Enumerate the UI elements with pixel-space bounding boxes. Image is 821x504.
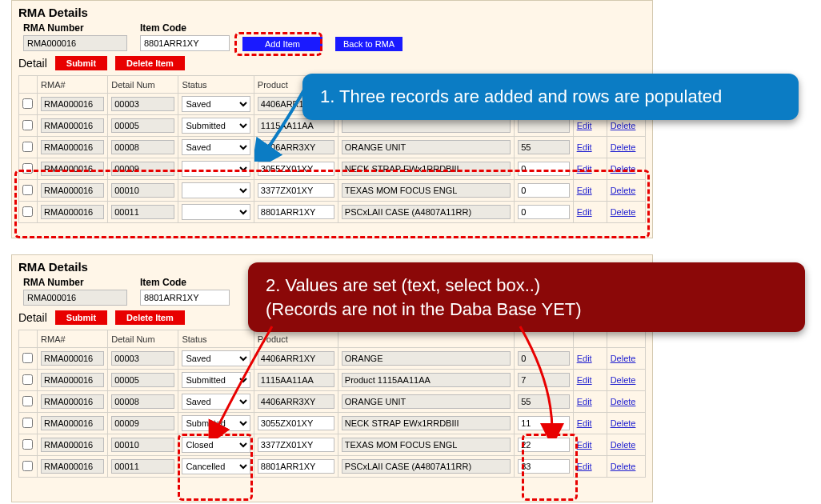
detail-num-cell[interactable] <box>111 205 174 219</box>
row-checkbox[interactable] <box>22 185 33 195</box>
delete-item-button[interactable]: Delete Item <box>115 310 185 325</box>
desc-cell[interactable] <box>342 416 511 430</box>
row-checkbox[interactable] <box>22 206 33 217</box>
qty-cell[interactable] <box>518 140 569 154</box>
desc-cell[interactable] <box>342 162 511 176</box>
delete-link[interactable]: Delete <box>611 121 636 130</box>
qty-cell[interactable] <box>518 459 569 474</box>
submit-button[interactable]: Submit <box>55 310 107 325</box>
row-checkbox[interactable] <box>22 353 33 363</box>
rma-cell[interactable] <box>41 394 104 409</box>
detail-num-cell[interactable] <box>111 140 174 154</box>
product-cell[interactable] <box>258 459 334 474</box>
product-cell[interactable] <box>258 438 334 452</box>
desc-cell[interactable] <box>342 351 511 366</box>
delete-link[interactable]: Delete <box>611 418 636 428</box>
desc-cell[interactable] <box>342 394 511 409</box>
row-checkbox[interactable] <box>22 98 33 109</box>
rma-cell[interactable] <box>41 438 104 452</box>
status-select[interactable]: Cancelled <box>182 458 250 474</box>
detail-num-cell[interactable] <box>111 351 174 366</box>
desc-cell[interactable] <box>342 140 511 154</box>
status-select[interactable] <box>182 182 250 198</box>
edit-link[interactable]: Edit <box>577 462 592 471</box>
rma-cell[interactable] <box>41 162 104 176</box>
edit-link[interactable]: Edit <box>577 397 592 406</box>
detail-num-cell[interactable] <box>111 416 174 430</box>
rma-cell[interactable] <box>41 118 104 133</box>
desc-cell[interactable] <box>342 205 511 219</box>
rma-cell[interactable] <box>41 351 104 366</box>
rma-cell[interactable] <box>41 459 104 474</box>
qty-cell[interactable] <box>518 438 569 452</box>
desc-cell[interactable] <box>342 183 511 198</box>
detail-num-cell[interactable] <box>111 394 174 409</box>
status-select[interactable]: Saved <box>182 139 250 155</box>
detail-num-cell[interactable] <box>111 459 174 474</box>
product-cell[interactable] <box>258 183 334 198</box>
qty-cell[interactable] <box>518 183 569 198</box>
row-checkbox[interactable] <box>22 461 33 471</box>
status-select[interactable]: Submitted <box>182 118 250 134</box>
item-code-input[interactable] <box>140 290 230 306</box>
rma-cell[interactable] <box>41 373 104 387</box>
detail-num-cell[interactable] <box>111 373 174 387</box>
detail-num-cell[interactable] <box>111 183 174 198</box>
rma-cell[interactable] <box>41 140 104 154</box>
status-select[interactable]: Closed <box>182 437 250 453</box>
delete-link[interactable]: Delete <box>611 142 636 152</box>
detail-num-cell[interactable] <box>111 438 174 452</box>
row-checkbox[interactable] <box>22 163 33 174</box>
edit-link[interactable]: Edit <box>577 440 592 450</box>
edit-link[interactable]: Edit <box>577 354 592 363</box>
desc-cell[interactable] <box>342 459 511 474</box>
delete-item-button[interactable]: Delete Item <box>115 56 185 70</box>
delete-link[interactable]: Delete <box>611 440 636 450</box>
rma-number-input[interactable] <box>23 35 127 51</box>
delete-link[interactable]: Delete <box>611 397 636 406</box>
edit-link[interactable]: Edit <box>577 207 592 217</box>
item-code-input[interactable] <box>140 35 230 51</box>
delete-link[interactable]: Delete <box>611 354 636 363</box>
detail-num-cell[interactable] <box>111 118 174 133</box>
table-row: SavedEditDelete <box>19 137 646 158</box>
edit-link[interactable]: Edit <box>577 186 592 195</box>
rma-cell[interactable] <box>41 183 104 198</box>
edit-link[interactable]: Edit <box>577 418 592 428</box>
row-checkbox[interactable] <box>22 142 33 152</box>
row-checkbox[interactable] <box>22 374 33 385</box>
delete-link[interactable]: Delete <box>611 186 636 195</box>
product-cell[interactable] <box>258 205 334 219</box>
qty-cell[interactable] <box>518 205 569 219</box>
delete-link[interactable]: Delete <box>611 462 636 471</box>
desc-cell[interactable] <box>342 118 511 133</box>
row-checkbox[interactable] <box>22 418 33 428</box>
delete-link[interactable]: Delete <box>611 207 636 217</box>
row-checkbox[interactable] <box>22 120 33 130</box>
detail-num-cell[interactable] <box>111 97 174 111</box>
desc-cell[interactable] <box>342 438 511 452</box>
qty-cell[interactable] <box>518 118 569 133</box>
rma-cell[interactable] <box>41 97 104 111</box>
desc-cell[interactable] <box>342 373 511 387</box>
row-checkbox[interactable] <box>22 396 33 406</box>
delete-link[interactable]: Delete <box>611 375 636 385</box>
delete-link[interactable]: Delete <box>611 164 636 174</box>
status-select[interactable] <box>182 204 250 220</box>
status-select[interactable]: Saved <box>182 96 250 112</box>
edit-link[interactable]: Edit <box>577 375 592 385</box>
edit-link[interactable]: Edit <box>577 121 592 130</box>
back-to-rma-button[interactable]: Back to RMA <box>335 37 402 51</box>
rma-number-input[interactable] <box>23 290 127 306</box>
rma-cell[interactable] <box>41 205 104 219</box>
row-checkbox[interactable] <box>22 439 33 450</box>
status-select[interactable] <box>182 161 250 177</box>
edit-link[interactable]: Edit <box>577 142 592 152</box>
qty-cell[interactable] <box>518 162 569 176</box>
detail-num-cell[interactable] <box>111 162 174 176</box>
edit-link[interactable]: Edit <box>577 164 592 174</box>
rma-cell[interactable] <box>41 416 104 430</box>
product-cell[interactable] <box>258 162 334 176</box>
page-title: RMA Details <box>12 1 652 19</box>
submit-button[interactable]: Submit <box>55 56 107 70</box>
